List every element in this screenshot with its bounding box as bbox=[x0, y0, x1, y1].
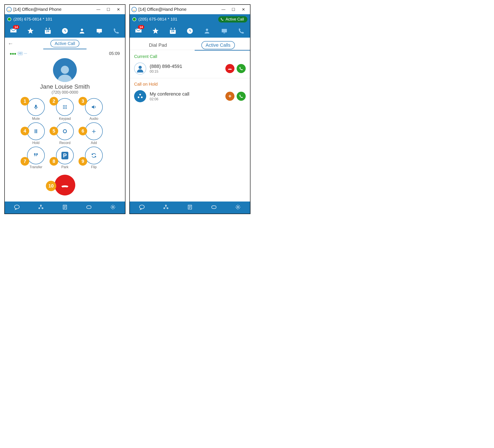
svg-point-12 bbox=[64, 105, 65, 106]
nav-recent[interactable] bbox=[185, 26, 195, 36]
active-call-tab[interactable]: Active Call bbox=[50, 40, 79, 47]
minimize-button[interactable]: — bbox=[218, 6, 228, 12]
svg-point-49 bbox=[237, 206, 239, 208]
svg-point-22 bbox=[36, 153, 38, 155]
maximize-button[interactable]: ☐ bbox=[103, 6, 113, 12]
flip-button[interactable] bbox=[85, 146, 103, 164]
nav-hud[interactable] bbox=[94, 26, 104, 36]
conference-icon[interactable] bbox=[38, 204, 44, 211]
mute-button[interactable] bbox=[27, 98, 45, 116]
record-button[interactable] bbox=[56, 122, 74, 140]
wave-icon: 〰 bbox=[24, 52, 27, 55]
nav-favorites[interactable] bbox=[25, 26, 36, 36]
conference-icon[interactable] bbox=[163, 204, 169, 211]
annotation-8: 8 bbox=[49, 157, 58, 166]
add-to-conference-button[interactable]: + bbox=[225, 92, 235, 101]
section-call-on-hold: Call on Hold bbox=[130, 78, 250, 88]
nav-phone[interactable] bbox=[111, 26, 122, 36]
meeting-icon[interactable] bbox=[211, 204, 217, 211]
svg-rect-34 bbox=[174, 28, 175, 29]
settings-icon[interactable] bbox=[110, 204, 116, 211]
nav-contacts[interactable] bbox=[202, 26, 212, 36]
audio-button[interactable] bbox=[85, 98, 103, 116]
svg-point-20 bbox=[63, 130, 66, 133]
caller-name: Jane Louise Smith bbox=[5, 83, 125, 90]
settings-icon[interactable] bbox=[235, 204, 241, 211]
bottom-bar bbox=[130, 202, 250, 214]
minimize-button[interactable]: — bbox=[93, 6, 103, 12]
annotation-6: 6 bbox=[78, 127, 87, 135]
svg-point-42 bbox=[141, 97, 143, 98]
tab-dialpad[interactable]: Dial Pad bbox=[145, 41, 171, 50]
audio-label: Audio bbox=[89, 117, 99, 121]
window-title: [14] Office@Hand Phone bbox=[138, 7, 218, 12]
active-call-content: ← Active Call HD 〰 05:09 Jane Louise Smi… bbox=[5, 38, 125, 202]
app-logo-icon bbox=[6, 7, 12, 12]
status-bar: (205) 675-0814 * 101 Active Call bbox=[130, 14, 250, 24]
mute-label: Mute bbox=[32, 117, 40, 121]
svg-point-40 bbox=[139, 94, 141, 96]
resume-button[interactable] bbox=[237, 92, 246, 101]
close-button[interactable]: ✕ bbox=[113, 6, 123, 12]
answer-button[interactable] bbox=[237, 64, 246, 73]
add-button[interactable]: + bbox=[85, 122, 103, 140]
nav-favorites[interactable] bbox=[150, 26, 161, 36]
annotation-10: 10 bbox=[46, 181, 56, 191]
svg-point-6 bbox=[81, 29, 83, 31]
svg-point-15 bbox=[64, 107, 65, 108]
calendar-day: 24 bbox=[46, 30, 49, 33]
calendar-day: 24 bbox=[171, 30, 174, 33]
nav-contacts[interactable] bbox=[77, 26, 87, 36]
end-call-button[interactable]: 10 bbox=[54, 175, 75, 195]
transfer-button[interactable] bbox=[27, 146, 45, 164]
hold-button[interactable]: II bbox=[27, 122, 45, 140]
park-button[interactable]: P bbox=[56, 146, 74, 164]
messages-badge: 14 bbox=[138, 25, 145, 29]
nav-hud[interactable] bbox=[219, 26, 230, 36]
nav-messages[interactable]: 14 bbox=[133, 26, 144, 36]
svg-point-18 bbox=[64, 108, 65, 109]
svg-point-36 bbox=[206, 29, 208, 31]
annotation-4: 4 bbox=[21, 127, 29, 135]
svg-point-24 bbox=[40, 205, 41, 206]
current-call-row[interactable]: (888) 898-4591 00:15 bbox=[130, 61, 250, 78]
record-label: Record bbox=[59, 141, 71, 145]
nav-messages[interactable]: 14 bbox=[8, 26, 19, 36]
fax-icon[interactable] bbox=[62, 204, 68, 211]
active-call-pill-label: Active Call bbox=[226, 17, 244, 22]
active-call-pill[interactable]: Active Call bbox=[218, 16, 247, 23]
keypad-button[interactable] bbox=[56, 98, 74, 116]
meeting-icon[interactable] bbox=[86, 204, 92, 211]
sms-icon[interactable] bbox=[139, 204, 145, 211]
own-number: (205) 675-0814 * 101 bbox=[138, 17, 177, 22]
current-call-number: (888) 898-4591 bbox=[150, 64, 182, 69]
svg-point-44 bbox=[165, 205, 167, 206]
titlebar: [14] Office@Hand Phone — ☐ ✕ bbox=[5, 5, 125, 14]
svg-point-14 bbox=[63, 107, 64, 108]
maximize-button[interactable]: ☐ bbox=[228, 6, 238, 12]
call-quality-row: HD 〰 05:09 bbox=[5, 49, 125, 56]
transfer-label: Transfer bbox=[30, 165, 42, 169]
current-call-duration: 00:15 bbox=[150, 70, 182, 73]
fax-icon[interactable] bbox=[187, 204, 193, 211]
call-controls-grid: 1 Mute 2 Keypad 3 Audio bbox=[5, 98, 125, 169]
nav-calendar[interactable]: 24 bbox=[168, 26, 178, 36]
nav-recent[interactable] bbox=[60, 26, 70, 36]
svg-rect-38 bbox=[223, 33, 225, 33]
nav-phone[interactable] bbox=[236, 26, 247, 36]
close-button[interactable]: ✕ bbox=[238, 6, 248, 12]
signal-dots-icon bbox=[10, 52, 16, 56]
tab-active-calls[interactable]: Active Calls bbox=[201, 41, 235, 49]
back-arrow-icon[interactable]: ← bbox=[8, 40, 13, 47]
svg-point-21 bbox=[34, 153, 36, 155]
call-timer: 05:09 bbox=[109, 51, 120, 56]
svg-point-17 bbox=[63, 108, 64, 109]
caller-avatar-icon bbox=[134, 62, 146, 75]
svg-point-30 bbox=[132, 7, 136, 12]
hold-call-row[interactable]: My conference call 02:06 + bbox=[130, 88, 250, 106]
sms-icon[interactable] bbox=[14, 204, 20, 211]
hangup-button[interactable] bbox=[225, 64, 235, 73]
nav-calendar[interactable]: 24 bbox=[43, 26, 53, 36]
svg-rect-33 bbox=[171, 28, 172, 29]
top-nav: 14 24 bbox=[5, 24, 125, 38]
